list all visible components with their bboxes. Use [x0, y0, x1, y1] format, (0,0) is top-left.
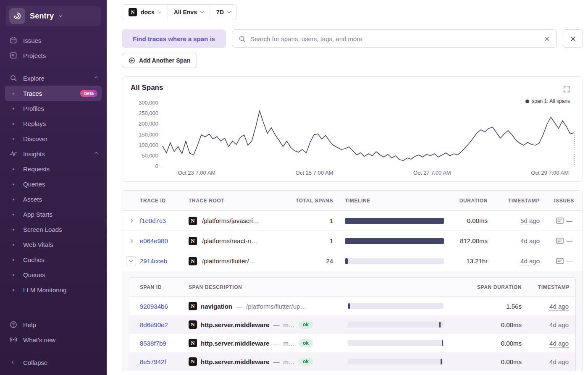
sidebar-item-label: Queries [23, 181, 45, 188]
sidebar-item-label: Issues [23, 37, 41, 44]
trace-id-link[interactable]: f1e0d7c3 [140, 217, 166, 224]
collapse-trace-button[interactable] [126, 256, 136, 266]
trace-root-label: /platforms/flutter/… [202, 257, 255, 265]
sidebar-item-label: Caches [23, 256, 45, 263]
sidebar-item-queues[interactable]: Queues [5, 267, 102, 282]
span-id-link[interactable]: 8e57942f [140, 358, 166, 365]
sidebar-section-explore[interactable]: Explore [5, 71, 102, 86]
trace-id-link[interactable]: 2914cceb [140, 257, 167, 265]
section-label: Explore [23, 75, 45, 82]
span-search-row: Find traces where a span is [122, 29, 583, 48]
issues-placeholder: — [567, 238, 572, 244]
help-icon [9, 321, 18, 328]
sidebar-item-label: Assets [23, 196, 42, 203]
expand-trace-button[interactable] [126, 236, 136, 246]
sidebar-item-app-starts[interactable]: App Starts [5, 207, 102, 222]
sidebar-item-projects[interactable]: Projects [5, 48, 102, 63]
explore-icon [9, 74, 18, 82]
issues-icon [9, 37, 18, 44]
column-header-timestamp: TIMESTAMP [494, 198, 546, 204]
sidebar-item-caches[interactable]: Caches [5, 252, 102, 267]
sidebar-item-whats-new[interactable]: What's new [5, 332, 102, 347]
project-platform-icon: N [129, 8, 137, 16]
x-tick-label: Oct 27 7:00 AM [413, 170, 451, 176]
span-op: http.server.middleware [201, 321, 269, 328]
sidebar-item-queries[interactable]: Queries [5, 176, 102, 191]
total-spans-value: 1 [295, 237, 339, 244]
sidebar-collapse-button[interactable]: Collapse [5, 355, 102, 370]
span-id-link[interactable]: 8d6e90e2 [140, 321, 168, 328]
span-search-input[interactable] [250, 35, 539, 42]
column-header-span-duration: SPAN DURATION [449, 284, 528, 290]
sidebar-item-assets[interactable]: Assets [5, 191, 102, 207]
chevron-right-icon [129, 219, 133, 222]
bullet-icon [9, 226, 18, 233]
sidebar-item-discover[interactable]: Discover [5, 131, 102, 146]
timeline-bar [345, 258, 348, 264]
expand-trace-button[interactable] [126, 216, 136, 226]
span-row[interactable]: 920934b6 N navigation — /platforms/flutt… [129, 297, 575, 315]
y-tick-label: 250,000 [139, 110, 158, 116]
sidebar-footer: Help What's new Collapse [0, 317, 107, 370]
broadcast-icon [9, 336, 18, 344]
timeline-track [345, 238, 444, 244]
span-id-link[interactable]: 920934b6 [140, 303, 168, 310]
sidebar-item-web-vitals[interactable]: Web Vitals [5, 237, 102, 252]
span-row[interactable]: 8d6e90e2 N http.server.middleware — m… o… [129, 315, 575, 334]
add-another-span-button[interactable]: Add Another Span [122, 53, 197, 68]
timeline-bar [345, 238, 444, 244]
section-label: Insights [23, 150, 45, 157]
status-badge: ok [299, 321, 313, 329]
project-selector-label: docs [141, 9, 155, 16]
chevron-down-icon [129, 259, 133, 262]
sidebar-item-label: Queues [23, 271, 45, 278]
span-description: m… [283, 321, 295, 328]
project-selector[interactable]: N docs [122, 5, 168, 20]
span-search-box[interactable] [232, 29, 557, 48]
org-switcher[interactable]: Sentry [6, 6, 101, 26]
sidebar-item-profiles[interactable]: Profiles [5, 101, 102, 116]
span-duration-value: 0.00ms [449, 321, 528, 328]
sidebar-item-traces[interactable]: Traces beta [5, 86, 102, 101]
date-range-selector[interactable]: 7D [210, 5, 236, 20]
bullet-icon [9, 181, 18, 188]
chevron-down-icon [158, 10, 161, 13]
nav-spacer [5, 63, 102, 71]
all-spans-chart[interactable] [163, 103, 574, 166]
trace-row[interactable]: f1e0d7c3 N /platforms/javascri… 1 0.00ms… [122, 211, 583, 231]
trace-root-label: /platforms/javascri… [202, 217, 259, 224]
span-op: navigation [201, 303, 232, 310]
expand-chart-icon[interactable] [563, 86, 570, 94]
chevron-right-icon [129, 239, 133, 242]
environment-selector[interactable]: All Envs [168, 5, 210, 20]
span-timestamp-value: 4d ago [549, 303, 569, 311]
sidebar-item-screen-loads[interactable]: Screen Loads [5, 222, 102, 237]
bullet-icon [9, 90, 18, 97]
page-filter-bar: N docs All Envs 7D [122, 4, 583, 20]
span-id-link[interactable]: 8538f7b9 [140, 340, 166, 347]
sidebar-item-help[interactable]: Help [5, 317, 102, 332]
status-badge: ok [299, 358, 313, 366]
plus-circle-icon [129, 57, 135, 64]
span-description: m… [283, 340, 295, 347]
sidebar-section-insights[interactable]: Insights [5, 146, 102, 161]
sidebar-item-label: Replays [23, 120, 46, 127]
project-platform-icon: N [189, 257, 197, 265]
sidebar-item-label: Screen Loads [23, 226, 62, 233]
sidebar-item-replays[interactable]: Replays [5, 116, 102, 131]
chart-line-svg [163, 103, 574, 166]
span-row[interactable]: 8538f7b9 N http.server.middleware — m… o… [129, 334, 575, 352]
trace-row-expanded[interactable]: 2914cceb N /platforms/flutter/… 24 13.21… [122, 251, 583, 271]
span-row[interactable]: 8e57942f N http.server.middleware — m… o… [129, 352, 575, 371]
clear-search-icon[interactable] [544, 36, 550, 42]
sidebar-item-llm-monitoring[interactable]: LLM Monitoring [5, 282, 102, 297]
sidebar-item-issues[interactable]: Issues [5, 33, 102, 48]
close-span-filter-button[interactable] [563, 29, 583, 48]
chevron-down-icon [59, 13, 62, 17]
trace-row[interactable]: e064e980 N /platforms/react-n… 1 812.00m… [122, 231, 583, 251]
y-tick-label: 0 [155, 163, 158, 169]
trace-id-link[interactable]: e064e980 [140, 237, 168, 244]
sidebar-item-requests[interactable]: Requests [5, 161, 102, 176]
bullet-icon [9, 241, 18, 248]
x-tick-label: Oct 29 7:00 AM [531, 170, 569, 176]
